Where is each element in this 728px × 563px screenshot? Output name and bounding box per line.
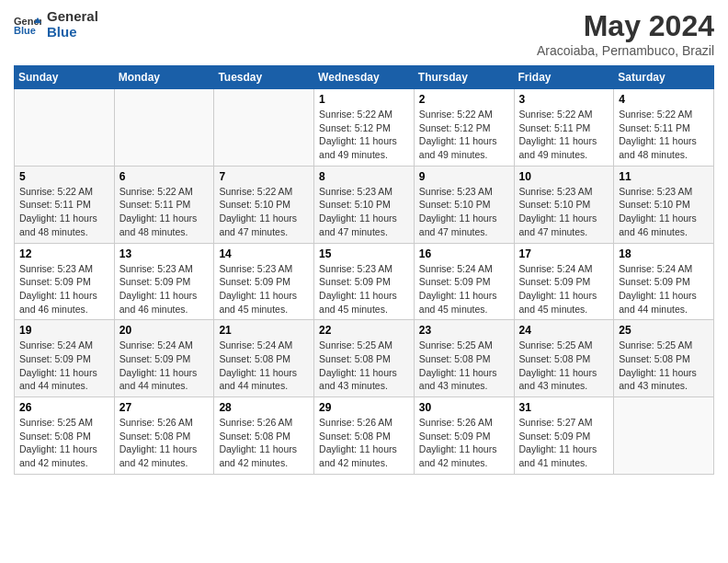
calendar-week-row: 26Sunrise: 5:25 AMSunset: 5:08 PMDayligh… — [15, 397, 714, 475]
calendar-day-22: 22Sunrise: 5:25 AMSunset: 5:08 PMDayligh… — [314, 320, 415, 397]
day-info-line: Daylight: 11 hours and 46 minutes. — [119, 290, 198, 315]
day-number: 21 — [219, 324, 309, 337]
month-year-title: May 2024 — [537, 9, 714, 43]
day-info: Sunrise: 5:23 AMSunset: 5:09 PMDaylight:… — [319, 262, 409, 316]
day-info-line: Daylight: 11 hours and 41 minutes. — [519, 443, 597, 468]
day-number: 29 — [319, 401, 409, 414]
day-info-line: Sunset: 5:10 PM — [619, 199, 690, 210]
day-info-line: Sunset: 5:11 PM — [619, 122, 690, 133]
day-info-line: Daylight: 11 hours and 45 minutes. — [519, 290, 597, 315]
day-info-line: Sunset: 5:11 PM — [119, 199, 191, 210]
empty-cell — [114, 89, 214, 167]
day-info-line: Daylight: 11 hours and 42 minutes. — [319, 443, 397, 468]
calendar-day-17: 17Sunrise: 5:24 AMSunset: 5:09 PMDayligh… — [514, 243, 614, 320]
title-block: May 2024 Aracoiaba, Pernambuco, Brazil — [537, 9, 714, 58]
day-info-line: Daylight: 11 hours and 43 minutes. — [419, 367, 497, 392]
day-number: 16 — [419, 247, 509, 260]
day-info-line: Sunset: 5:09 PM — [419, 431, 491, 442]
day-info-line: Sunrise: 5:23 AM — [219, 263, 292, 274]
day-info-line: Sunset: 5:09 PM — [619, 276, 690, 287]
day-info-line: Sunset: 5:08 PM — [319, 431, 391, 442]
day-info-line: Sunrise: 5:24 AM — [119, 339, 193, 350]
header-sunday: Sunday — [15, 66, 115, 89]
day-number: 31 — [519, 401, 609, 414]
day-info-line: Daylight: 11 hours and 47 minutes. — [319, 213, 397, 237]
calendar-day-15: 15Sunrise: 5:23 AMSunset: 5:09 PMDayligh… — [314, 243, 415, 320]
day-info-line: Sunrise: 5:24 AM — [19, 339, 93, 350]
day-info-line: Daylight: 11 hours and 43 minutes. — [319, 367, 397, 392]
empty-cell — [614, 397, 714, 475]
header-tuesday: Tuesday — [214, 66, 314, 89]
day-info-line: Sunrise: 5:25 AM — [319, 339, 392, 350]
calendar-day-9: 9Sunrise: 5:23 AMSunset: 5:10 PMDaylight… — [414, 166, 514, 243]
day-info-line: Daylight: 11 hours and 42 minutes. — [119, 443, 198, 468]
day-number: 12 — [19, 247, 109, 260]
day-info: Sunrise: 5:24 AMSunset: 5:09 PMDaylight:… — [19, 339, 109, 393]
day-number: 2 — [419, 93, 509, 106]
day-info-line: Sunset: 5:11 PM — [519, 122, 591, 133]
header-wednesday: Wednesday — [314, 66, 415, 89]
day-number: 15 — [319, 247, 409, 260]
logo-blue: Blue — [47, 25, 98, 40]
day-info-line: Sunset: 5:09 PM — [119, 276, 191, 287]
header-thursday: Thursday — [414, 66, 514, 89]
day-number: 22 — [319, 324, 409, 337]
day-number: 11 — [619, 170, 709, 183]
calendar-week-row: 1Sunrise: 5:22 AMSunset: 5:12 PMDaylight… — [15, 89, 714, 167]
day-number: 13 — [119, 247, 210, 260]
day-info-line: Sunset: 5:10 PM — [519, 199, 591, 210]
day-info-line: Sunrise: 5:27 AM — [519, 417, 593, 428]
day-info: Sunrise: 5:23 AMSunset: 5:09 PMDaylight:… — [119, 262, 210, 316]
day-info-line: Daylight: 11 hours and 42 minutes. — [419, 443, 497, 468]
calendar-header-row: SundayMondayTuesdayWednesdayThursdayFrid… — [15, 66, 714, 89]
calendar-day-10: 10Sunrise: 5:23 AMSunset: 5:10 PMDayligh… — [514, 166, 614, 243]
day-info-line: Sunset: 5:08 PM — [219, 431, 290, 442]
day-info-line: Sunrise: 5:26 AM — [119, 417, 193, 428]
day-info: Sunrise: 5:22 AMSunset: 5:11 PMDaylight:… — [19, 185, 109, 239]
day-info: Sunrise: 5:25 AMSunset: 5:08 PMDaylight:… — [319, 339, 409, 393]
logo-general: General — [47, 9, 98, 25]
day-info: Sunrise: 5:24 AMSunset: 5:09 PMDaylight:… — [519, 262, 609, 316]
calendar-day-30: 30Sunrise: 5:26 AMSunset: 5:09 PMDayligh… — [414, 397, 514, 475]
day-info: Sunrise: 5:24 AMSunset: 5:09 PMDaylight:… — [119, 339, 210, 393]
day-number: 4 — [619, 93, 709, 106]
day-info-line: Sunrise: 5:24 AM — [619, 263, 692, 274]
calendar-day-6: 6Sunrise: 5:22 AMSunset: 5:11 PMDaylight… — [114, 166, 214, 243]
day-number: 6 — [119, 170, 210, 183]
day-info: Sunrise: 5:25 AMSunset: 5:08 PMDaylight:… — [519, 339, 609, 393]
day-number: 24 — [519, 324, 609, 337]
day-number: 1 — [319, 93, 409, 106]
svg-text:Blue: Blue — [14, 25, 36, 36]
calendar-day-21: 21Sunrise: 5:24 AMSunset: 5:08 PMDayligh… — [214, 320, 314, 397]
day-info-line: Sunrise: 5:22 AM — [619, 109, 692, 120]
day-info-line: Sunrise: 5:22 AM — [319, 109, 392, 120]
day-info-line: Sunset: 5:08 PM — [519, 353, 591, 364]
day-info-line: Daylight: 11 hours and 45 minutes. — [419, 290, 497, 315]
day-info-line: Daylight: 11 hours and 43 minutes. — [619, 367, 697, 392]
day-info-line: Sunrise: 5:23 AM — [419, 186, 493, 197]
day-info-line: Sunset: 5:08 PM — [219, 353, 290, 364]
day-info-line: Sunset: 5:10 PM — [419, 199, 491, 210]
day-info-line: Daylight: 11 hours and 44 minutes. — [119, 367, 198, 392]
day-info: Sunrise: 5:24 AMSunset: 5:09 PMDaylight:… — [419, 262, 509, 316]
day-number: 25 — [619, 324, 709, 337]
day-info-line: Sunset: 5:09 PM — [319, 276, 391, 287]
day-info: Sunrise: 5:27 AMSunset: 5:09 PMDaylight:… — [519, 416, 609, 470]
day-info-line: Sunrise: 5:26 AM — [419, 417, 493, 428]
calendar-day-12: 12Sunrise: 5:23 AMSunset: 5:09 PMDayligh… — [15, 243, 115, 320]
day-info-line: Sunrise: 5:22 AM — [419, 109, 493, 120]
page-header: General Blue General Blue May 2024 Araco… — [14, 9, 714, 58]
day-number: 3 — [519, 93, 609, 106]
day-number: 30 — [419, 401, 509, 414]
day-info: Sunrise: 5:25 AMSunset: 5:08 PMDaylight:… — [419, 339, 509, 393]
day-info-line: Sunrise: 5:26 AM — [219, 417, 292, 428]
day-info-line: Sunrise: 5:25 AM — [419, 339, 493, 350]
day-info-line: Sunrise: 5:26 AM — [319, 417, 392, 428]
day-info: Sunrise: 5:23 AMSunset: 5:09 PMDaylight:… — [19, 262, 109, 316]
day-info-line: Daylight: 11 hours and 47 minutes. — [419, 213, 497, 237]
day-info-line: Sunset: 5:09 PM — [419, 276, 491, 287]
day-info: Sunrise: 5:26 AMSunset: 5:08 PMDaylight:… — [119, 416, 210, 470]
day-info-line: Sunrise: 5:23 AM — [319, 263, 392, 274]
day-number: 17 — [519, 247, 609, 260]
day-info-line: Sunset: 5:08 PM — [319, 353, 391, 364]
